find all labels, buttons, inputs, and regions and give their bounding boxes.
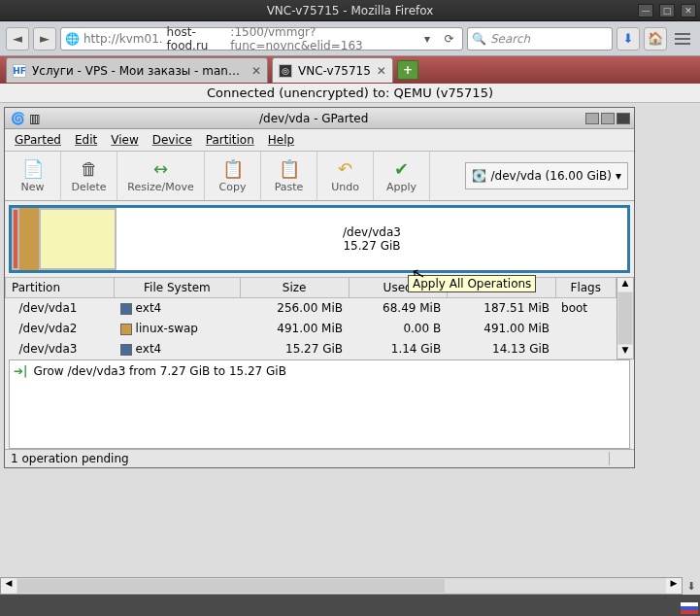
table-scrollbar[interactable]: ▲ ▼ xyxy=(617,277,634,359)
firefox-toolbar: ◄ ► 🌐 http://kvm01.host-food.ru:1500/vmm… xyxy=(0,21,700,56)
tab-hostfood[interactable]: HF Услуги - VPS - Мои заказы - manager.h… xyxy=(6,57,268,83)
map-vda2[interactable] xyxy=(19,208,39,270)
shade3[interactable] xyxy=(617,113,630,124)
tab-vnc[interactable]: ◎ VNC-v75715 ✕ xyxy=(272,57,393,83)
shade2[interactable] xyxy=(601,113,615,124)
map-label: /dev/vda3 xyxy=(343,225,401,239)
delete-icon: 🗑 xyxy=(81,158,98,179)
resize-icon: ↔ xyxy=(153,158,168,179)
url-bar[interactable]: 🌐 http://kvm01.host-food.ru:1500/vmmgr?f… xyxy=(60,27,463,51)
new-tab-button[interactable]: + xyxy=(397,60,418,80)
col-fs[interactable]: File System xyxy=(115,278,241,298)
history-dropdown-icon[interactable]: ▾ xyxy=(418,32,437,46)
operation-text[interactable]: Grow /dev/vda3 from 7.27 GiB to 15.27 Gi… xyxy=(33,364,286,378)
search-bar[interactable]: 🔍 Search xyxy=(467,27,613,51)
map-vda3[interactable]: /dev/vda3 15.27 GiB xyxy=(117,208,627,270)
gparted-toolbar: 📄New 🗑Delete ↔Resize/Move 📋Copy 📋Paste ↶… xyxy=(5,152,634,201)
col-size[interactable]: Size xyxy=(240,278,349,298)
gparted-menubar: GParted Edit View Device Partition Help xyxy=(5,129,634,152)
table-row[interactable]: /dev/vda2linux-swap491.00 MiB0.00 B491.0… xyxy=(6,319,617,339)
gparted-statusbar: 1 operation pending xyxy=(5,449,634,467)
grow-icon: ➔| xyxy=(14,364,27,378)
operations-pane: ➔| Grow /dev/vda3 from 7.27 GiB to 15.27… xyxy=(9,359,630,449)
new-icon: 📄 xyxy=(22,158,44,179)
scroll-left-icon[interactable]: ◀ xyxy=(1,578,17,594)
map-size: 15.27 GiB xyxy=(343,239,400,253)
favicon-icon: HF xyxy=(13,64,26,78)
menu-device[interactable]: Device xyxy=(152,133,192,147)
status-text: 1 operation pending xyxy=(11,452,609,465)
device-label: /dev/vda (16.00 GiB) xyxy=(490,169,611,183)
scroll-up-icon[interactable]: ▲ xyxy=(617,278,633,291)
tab-close-button[interactable]: ✕ xyxy=(251,64,261,78)
copy-button[interactable]: 📋Copy xyxy=(205,152,261,200)
home-button[interactable]: 🏠 xyxy=(644,27,667,51)
window-close-button[interactable]: ✕ xyxy=(681,4,696,17)
vnc-viewport: Connected (unencrypted) to: QEMU (v75715… xyxy=(0,84,700,595)
window-maximize-button[interactable]: □ xyxy=(659,4,675,17)
paste-button[interactable]: 📋Paste xyxy=(261,152,317,200)
disk-icon: 💽 xyxy=(472,169,486,183)
menu-help[interactable]: Help xyxy=(268,133,294,147)
tab-close-button[interactable]: ✕ xyxy=(377,64,386,78)
shade1[interactable] xyxy=(585,113,599,124)
chevron-down-icon: ▾ xyxy=(616,169,621,183)
url-prefix: http://kvm01. xyxy=(83,32,163,46)
menu-edit[interactable]: Edit xyxy=(75,133,97,147)
scroll-thumb[interactable] xyxy=(618,292,632,344)
firefox-tabstrip: HF Услуги - VPS - Мои заказы - manager.h… xyxy=(0,56,700,84)
disk-map[interactable]: /dev/vda3 15.27 GiB xyxy=(9,205,630,273)
menu-view[interactable]: View xyxy=(111,133,138,147)
resize-button[interactable]: ↔Resize/Move xyxy=(117,152,205,200)
url-host: host-food.ru xyxy=(167,25,227,52)
menu-button[interactable] xyxy=(671,27,694,51)
apply-button[interactable]: ✔Apply xyxy=(374,152,430,200)
search-placeholder: Search xyxy=(490,32,530,46)
scroll-down-icon[interactable]: ▼ xyxy=(617,345,633,359)
favicon-icon: ◎ xyxy=(279,64,292,78)
map-used-region xyxy=(39,208,117,270)
device-selector[interactable]: 💽 /dev/vda (16.00 GiB) ▾ xyxy=(465,162,628,189)
col-partition[interactable]: Partition xyxy=(6,278,115,298)
scroll-down-page-icon[interactable]: ⬇ xyxy=(683,577,700,595)
scroll-thumb-h[interactable] xyxy=(17,579,445,593)
debian-icon: 🌀 xyxy=(11,112,25,125)
gparted-titlebar[interactable]: 🌀 ▥ /dev/vda - GParted xyxy=(5,108,634,129)
reload-button[interactable]: ⟳ xyxy=(440,32,458,46)
firefox-titlebar: VNC-v75715 - Mozilla Firefox — □ ✕ xyxy=(0,0,700,21)
page-scrollbar-h[interactable]: ◀ ▶ xyxy=(0,577,683,595)
window-minimize-button[interactable]: — xyxy=(638,4,653,17)
menu-gparted[interactable]: GParted xyxy=(15,133,61,147)
undo-button[interactable]: ↶Undo xyxy=(317,152,374,200)
globe-icon: 🌐 xyxy=(65,32,80,46)
new-button[interactable]: 📄New xyxy=(5,152,61,200)
gparted-title: /dev/vda - GParted xyxy=(46,112,582,125)
col-flags[interactable]: Flags xyxy=(555,278,616,298)
table-row[interactable]: /dev/vda1ext4256.00 MiB68.49 MiB187.51 M… xyxy=(6,298,617,319)
undo-icon: ↶ xyxy=(338,158,352,179)
search-icon: 🔍 xyxy=(472,32,486,46)
apply-tooltip: Apply All Operations xyxy=(408,275,536,292)
menu-partition[interactable]: Partition xyxy=(206,133,254,147)
gparted-icon: ▥ xyxy=(29,112,40,125)
tab-label: VNC-v75715 xyxy=(298,64,371,78)
nav-forward-button[interactable]: ► xyxy=(33,27,56,51)
copy-icon: 📋 xyxy=(222,158,244,179)
delete-button[interactable]: 🗑Delete xyxy=(61,152,117,200)
map-vda1[interactable] xyxy=(12,208,19,270)
vnc-status: Connected (unencrypted) to: QEMU (v75715… xyxy=(0,84,700,103)
downloads-button[interactable]: ⬇ xyxy=(617,27,640,51)
firefox-title: VNC-v75715 - Mozilla Firefox xyxy=(267,4,434,17)
gparted-window: 🌀 ▥ /dev/vda - GParted GParted Edit View… xyxy=(4,107,635,468)
keyboard-layout-ru-icon[interactable] xyxy=(681,602,698,614)
apply-icon: ✔ xyxy=(394,158,409,179)
scroll-right-icon[interactable]: ▶ xyxy=(666,578,682,594)
paste-icon: 📋 xyxy=(279,158,300,179)
tab-label: Услуги - VPS - Мои заказы - manager.h… xyxy=(32,64,246,78)
table-row[interactable]: /dev/vda3ext415.27 GiB1.14 GiB14.13 GiB xyxy=(6,339,617,359)
nav-back-button[interactable]: ◄ xyxy=(6,27,29,51)
url-suffix: :1500/vmmgr?func=novnc&elid=163 xyxy=(230,25,414,52)
